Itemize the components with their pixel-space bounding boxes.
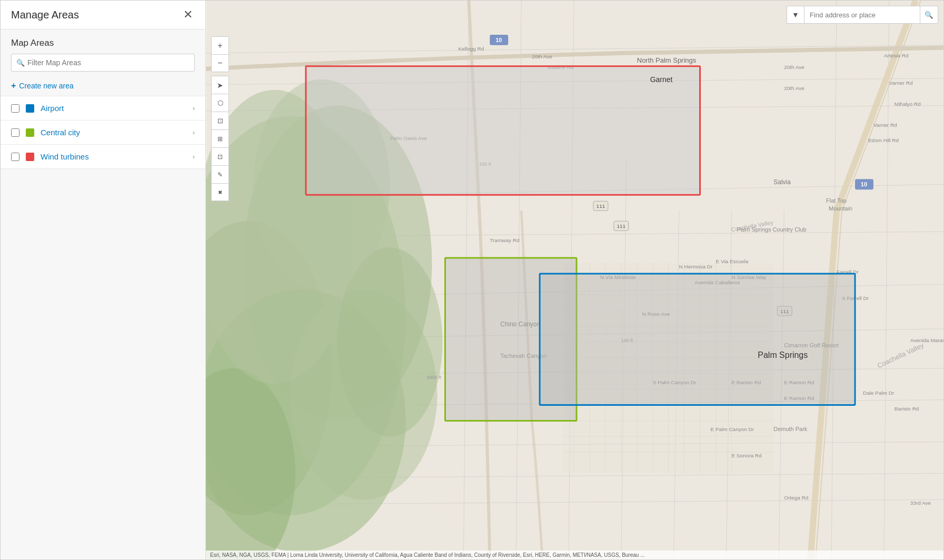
- create-new-label: Create new area: [19, 82, 74, 90]
- airport-color: [26, 104, 34, 113]
- svg-text:Ortega Rd: Ortega Rd: [784, 495, 808, 501]
- plus-icon: +: [11, 81, 16, 91]
- map-search-button[interactable]: 🔍: [920, 6, 938, 24]
- map-canvas: North Palm Springs Salvia Flat Top Mount…: [206, 1, 943, 559]
- airport-chevron-icon: ›: [193, 104, 195, 112]
- central-city-label: Central city: [41, 128, 80, 137]
- filter-input[interactable]: [11, 54, 195, 72]
- map-search-input[interactable]: [804, 6, 920, 24]
- svg-text:33rd Ave: 33rd Ave: [910, 500, 931, 506]
- svg-text:10: 10: [495, 37, 502, 43]
- central-city-chevron-icon: ›: [193, 128, 195, 136]
- edit-button[interactable]: ✎: [211, 165, 229, 183]
- area-item-central-city[interactable]: Central city ›: [1, 121, 205, 145]
- svg-text:Mihalyo Rd: Mihalyo Rd: [895, 101, 921, 107]
- map-attribution: Esri, NASA, NGA, USGS, FEMA | Loma Linda…: [206, 551, 943, 559]
- map-search-bar: ▼ 🔍: [787, 6, 938, 24]
- svg-text:E Sonora Rd: E Sonora Rd: [731, 453, 761, 458]
- airport-label: Airport: [41, 104, 64, 113]
- map-area[interactable]: North Palm Springs Salvia Flat Top Mount…: [206, 1, 943, 559]
- zoom-out-button[interactable]: −: [211, 54, 229, 72]
- create-new-area-button[interactable]: + Create new area: [1, 76, 205, 96]
- airport-checkbox[interactable]: [11, 104, 19, 113]
- attribution-text: Esri, NASA, NGA, USGS, FEMA | Loma Linda…: [210, 552, 645, 558]
- svg-text:20th Ave: 20th Ave: [784, 64, 804, 70]
- svg-text:North Palm Springs: North Palm Springs: [637, 56, 697, 64]
- svg-text:20th Ave: 20th Ave: [784, 85, 804, 91]
- svg-text:Demuth Park: Demuth Park: [773, 426, 808, 432]
- map-filter-button[interactable]: ▼: [787, 6, 804, 24]
- svg-text:Tramway Rd: Tramway Rd: [490, 237, 519, 243]
- navigate-button[interactable]: ➤: [211, 76, 229, 94]
- svg-text:Mountain: Mountain: [829, 205, 852, 212]
- zoom-in-button[interactable]: +: [211, 36, 229, 54]
- app-container: Manage Areas ✕ Map Areas 🔍 + Create new …: [0, 0, 944, 560]
- svg-text:E Palm Canyon Dr: E Palm Canyon Dr: [711, 426, 754, 432]
- filter-search-icon: 🔍: [16, 59, 25, 67]
- wind-turbines-checkbox[interactable]: [11, 153, 19, 161]
- page-title: Manage Areas: [11, 9, 79, 21]
- svg-text:Salvia: Salvia: [773, 178, 791, 186]
- svg-text:Varner Rd: Varner Rd: [889, 80, 913, 86]
- filter-input-wrapper: 🔍: [11, 54, 195, 72]
- svg-text:Dale Palm Dr: Dale Palm Dr: [863, 390, 895, 396]
- svg-text:Artesia Rd: Artesia Rd: [884, 53, 909, 58]
- svg-text:5806 ft: 5806 ft: [427, 375, 442, 380]
- svg-rect-113: [540, 274, 855, 405]
- svg-text:Baristo Rd: Baristo Rd: [895, 406, 919, 412]
- area-item-wind-turbines[interactable]: Wind turbines ›: [1, 145, 205, 169]
- wind-turbines-color: [26, 153, 34, 161]
- left-panel: Manage Areas ✕ Map Areas 🔍 + Create new …: [1, 1, 206, 559]
- svg-text:Varner Rd: Varner Rd: [873, 122, 897, 128]
- svg-text:Avenida Maravilla: Avenida Maravilla: [910, 337, 943, 343]
- area-list: Airport › Central city › Wind turbines: [1, 96, 205, 559]
- svg-text:111: 111: [617, 223, 626, 229]
- central-city-color: [26, 128, 34, 137]
- svg-text:Edom Hill Rd: Edom Hill Rd: [868, 137, 899, 143]
- svg-text:111: 111: [597, 203, 605, 209]
- central-city-checkbox[interactable]: [11, 128, 19, 137]
- close-button[interactable]: ✕: [181, 8, 195, 22]
- wind-turbines-chevron-icon: ›: [193, 153, 195, 161]
- svg-text:Kellogg Rd: Kellogg Rd: [458, 46, 484, 52]
- draw-polygon-button[interactable]: ⬡: [211, 94, 229, 112]
- wind-turbines-label: Wind turbines: [41, 152, 89, 161]
- svg-text:E Via Escuela: E Via Escuela: [716, 258, 748, 264]
- svg-rect-110: [306, 66, 700, 195]
- area-item-airport[interactable]: Airport ›: [1, 96, 205, 121]
- svg-text:Flat Top: Flat Top: [826, 197, 847, 204]
- sidebar-section: Map Areas 🔍: [1, 29, 205, 76]
- svg-text:20th Ave: 20th Ave: [532, 54, 552, 59]
- select-button[interactable]: ⊡: [211, 112, 229, 129]
- snap-button[interactable]: ⊞: [211, 129, 229, 147]
- svg-text:Garnet: Garnet: [650, 75, 673, 84]
- svg-text:Palm Springs: Palm Springs: [758, 351, 808, 359]
- map-areas-label: Map Areas: [11, 38, 195, 48]
- svg-text:N Hermosa Dr: N Hermosa Dr: [679, 264, 713, 269]
- discard-button[interactable]: ✖: [211, 183, 229, 201]
- svg-text:10: 10: [861, 181, 867, 187]
- measure-button[interactable]: ⊡: [211, 147, 229, 165]
- map-toolbar: + − ➤ ⬡ ⊡ ⊞ ⊡ ✎ ✖: [211, 36, 229, 204]
- navigate-group: ➤ ⬡ ⊡ ⊞ ⊡ ✎ ✖: [211, 76, 229, 201]
- title-bar: Manage Areas ✕: [1, 1, 205, 29]
- zoom-group: + −: [211, 36, 229, 72]
